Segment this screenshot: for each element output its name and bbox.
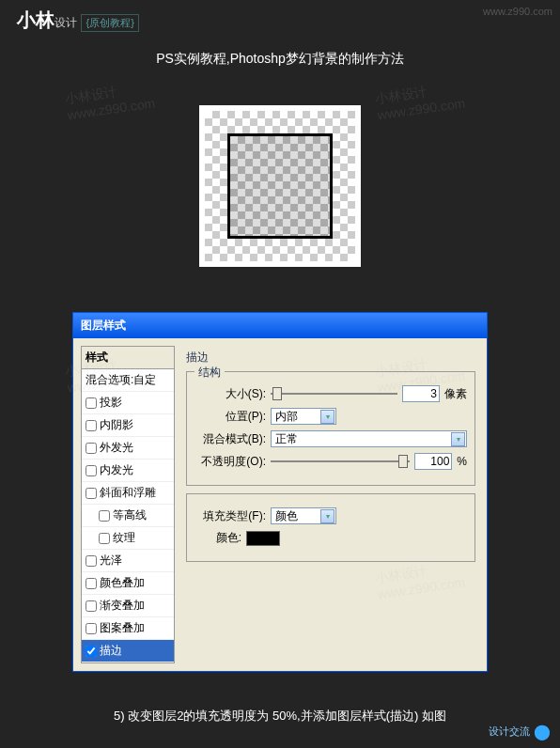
footer-text: 设计交流 [489,725,530,739]
site-logo: 小林设计 {原创教程} [17,8,139,33]
checkbox-pattern-overlay[interactable] [86,623,97,634]
size-label: 大小(S): [194,386,266,402]
layer-style-dialog: 图层样式 样式 混合选项:自定 投影 内阴影 外发光 内发光 斜面和浮雕 等高线… [72,312,488,672]
fill-type-select[interactable]: 颜色▾ [271,507,336,524]
style-item-texture[interactable]: 纹理 [82,527,174,550]
color-label: 颜色: [194,530,241,546]
fill-type-label: 填充类型(F): [194,508,266,524]
style-item-inner-glow[interactable]: 内发光 [82,460,174,482]
flame-icon: ⬤ [534,723,551,740]
style-item-gradient-overlay[interactable]: 渐变叠加 [82,595,174,617]
site-url: www.z990.com [483,6,552,17]
logo-sub: 设计 [54,16,77,29]
size-unit: 像素 [444,386,467,402]
checkbox-bevel[interactable] [86,488,97,499]
blend-options-item[interactable]: 混合选项:自定 [82,369,174,392]
preview-box [199,105,361,267]
dialog-title[interactable]: 图层样式 [73,313,487,338]
logo-main: 小林 [17,9,54,30]
style-item-color-overlay[interactable]: 颜色叠加 [82,572,174,595]
style-list: 样式 混合选项:自定 投影 内阴影 外发光 内发光 斜面和浮雕 等高线 纹理 光… [81,346,175,663]
checkbox-satin[interactable] [86,555,97,567]
style-item-drop-shadow[interactable]: 投影 [82,392,174,414]
blend-label: 混合模式(B): [194,431,266,447]
checkbox-gradient-overlay[interactable] [86,600,97,612]
chevron-down-icon: ▾ [451,432,465,446]
checkbox-drop-shadow[interactable] [86,397,97,409]
fill-group: 填充类型(F): 颜色▾ 颜色: [186,493,475,562]
checkbox-outer-glow[interactable] [86,443,97,454]
slider-thumb-icon[interactable] [398,455,408,468]
position-label: 位置(P): [194,409,266,425]
structure-group: 结构 大小(S): 像素 位置(P): 内部▾ 混合模式(B): 正常▾ 不透明… [186,371,475,486]
opacity-unit: % [457,455,467,468]
style-item-pattern-overlay[interactable]: 图案叠加 [82,617,174,640]
watermark: 小林设计www.z990.com [374,79,466,123]
style-item-contour[interactable]: 等高线 [82,505,174,527]
checkbox-stroke[interactable] [86,646,97,657]
color-swatch[interactable] [246,531,280,546]
checkbox-inner-shadow[interactable] [86,420,97,431]
page-title: PS实例教程,Photoshp梦幻背景的制作方法 [0,51,560,68]
chevron-down-icon: ▾ [320,509,334,523]
opacity-label: 不透明度(O): [194,454,266,470]
style-list-header: 样式 [82,347,174,369]
checkbox-contour[interactable] [99,510,110,522]
checker-bg [205,111,355,261]
checkbox-color-overlay[interactable] [86,578,97,589]
structure-title: 结构 [194,365,225,381]
checkbox-inner-glow[interactable] [86,465,97,476]
watermark: 小林设计www.z990.com [64,79,156,123]
footer-badge: 设计交流 ⬤ [489,723,551,740]
size-slider[interactable] [271,386,397,401]
slider-thumb-icon[interactable] [272,387,282,400]
stroke-panel: 描边 结构 大小(S): 像素 位置(P): 内部▾ 混合模式(B): 正常▾ [182,346,479,663]
opacity-slider[interactable] [271,454,410,469]
style-item-stroke[interactable]: 描边 [82,640,174,662]
original-tag: {原创教程} [81,14,138,32]
opacity-input[interactable] [414,453,452,470]
style-item-bevel[interactable]: 斜面和浮雕 [82,482,174,505]
step-text: 5) 改变图层2的填充透明度为 50%,并添加图层样式(描边) 如图 [0,708,560,725]
size-input[interactable] [402,385,440,402]
checkbox-texture[interactable] [99,533,110,544]
chevron-down-icon: ▾ [320,410,334,424]
style-item-inner-shadow[interactable]: 内阴影 [82,414,174,437]
style-item-outer-glow[interactable]: 外发光 [82,437,174,460]
inner-square [227,133,333,239]
position-select[interactable]: 内部▾ [271,408,336,425]
blend-select[interactable]: 正常▾ [271,430,467,447]
panel-section: 描边 [186,350,475,366]
style-item-satin[interactable]: 光泽 [82,550,174,572]
